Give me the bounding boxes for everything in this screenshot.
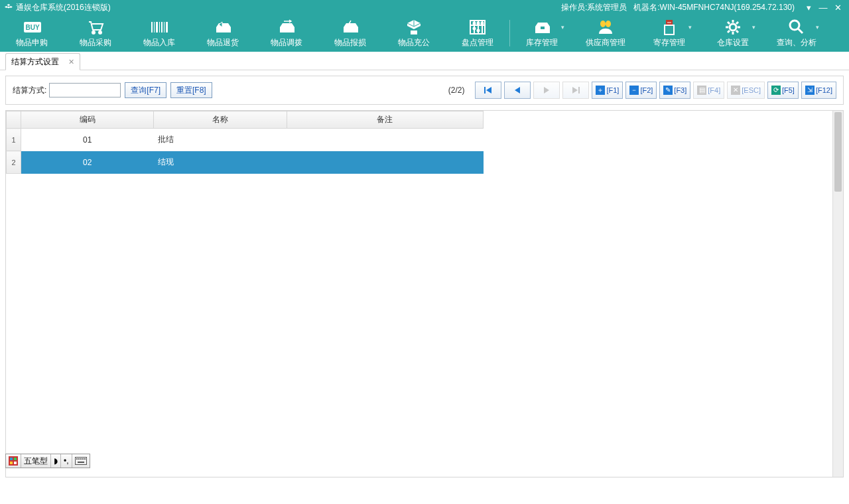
search-analytics-icon <box>787 19 806 36</box>
toolbar-label: 物品申购 <box>16 37 48 48</box>
svg-point-3 <box>99 31 101 34</box>
toolbar-supplier[interactable]: 供应商管理 <box>574 15 637 52</box>
ime-halfwidth-icon[interactable]: ◗ <box>51 454 61 468</box>
svg-rect-10 <box>166 22 168 32</box>
buy-icon: BUY <box>23 19 41 36</box>
toolbar-transfer-box[interactable]: 物品调拨 <box>255 15 318 52</box>
ime-name[interactable]: 五笔型 <box>21 454 51 468</box>
ime-softkbd-icon[interactable] <box>72 454 90 468</box>
cell-remark <box>287 129 483 151</box>
f12-label: [F12] <box>816 86 832 94</box>
col-name[interactable]: 名称 <box>154 111 287 129</box>
damage-box-icon <box>341 19 359 36</box>
operator-info: 操作员:系统管理员 <box>561 2 627 13</box>
toolbar-label: 寄存管理 <box>653 37 685 48</box>
col-code[interactable]: 编码 <box>21 111 154 129</box>
svg-rect-41 <box>80 458 82 460</box>
toolbar-barcode[interactable]: 物品入库 <box>127 15 191 52</box>
tab-label: 结算方式设置 <box>11 56 59 68</box>
svg-rect-21 <box>541 27 545 29</box>
toolbar-confiscate-box[interactable]: 物品充公 <box>382 15 446 52</box>
dropdown-menu-button[interactable]: ▾ <box>801 3 816 13</box>
row-number: 1 <box>7 129 21 151</box>
first-record-button[interactable] <box>475 82 501 99</box>
svg-rect-4 <box>151 22 153 32</box>
toolbar-damage-box[interactable]: 物品报损 <box>318 15 382 52</box>
add-button[interactable]: ＋[F1] <box>592 82 623 99</box>
toolbar-search-analytics[interactable]: ▾查询、分析 <box>765 15 828 52</box>
svg-rect-39 <box>76 458 78 460</box>
vertical-scrollbar[interactable] <box>832 111 843 477</box>
table-row[interactable]: 101批结 <box>7 129 484 151</box>
toolbar-return-box[interactable]: 物品退货 <box>191 15 255 52</box>
filter-label: 结算方式: <box>13 85 46 96</box>
toolbar-label: 物品退货 <box>207 37 239 48</box>
ime-punct-icon[interactable]: •, <box>61 454 72 468</box>
col-remark[interactable]: 备注 <box>287 111 483 129</box>
settlement-mode-input[interactable] <box>49 83 121 97</box>
toolbar-cart[interactable]: 物品采购 <box>64 15 127 52</box>
toolbar-settings-gear[interactable]: ▾仓库设置 <box>701 15 765 52</box>
chevron-down-icon: ▾ <box>816 24 819 31</box>
last-record-button <box>562 82 589 99</box>
row-number: 2 <box>7 151 21 174</box>
query-button[interactable]: 查询[F7] <box>125 82 166 98</box>
minus-icon: － <box>629 86 639 95</box>
supplier-icon <box>596 19 615 36</box>
svg-point-23 <box>606 21 611 27</box>
close-button[interactable]: ✕ <box>830 3 845 13</box>
svg-marker-28 <box>486 87 491 94</box>
chevron-down-icon: ▾ <box>561 24 564 31</box>
svg-point-22 <box>600 21 606 27</box>
table-row[interactable]: 202结现 <box>7 151 484 174</box>
toolbar-label: 物品充公 <box>398 37 430 48</box>
toolbar-right: (2/2) ＋[F1] －[F2] ✎[F3] ▤[F4] ✕[ESC] ⟳[F… <box>448 82 836 99</box>
filter-panel: 结算方式: 查询[F7] 重置[F8] (2/2) ＋[F1] －[F2] ✎[… <box>5 76 844 105</box>
svg-marker-29 <box>515 87 520 94</box>
save-icon: ▤ <box>697 86 706 95</box>
machine-label: 机器名: <box>633 3 659 12</box>
delete-button[interactable]: －[F2] <box>625 82 657 99</box>
tabstrip: 结算方式设置 ✕ <box>0 52 849 70</box>
svg-rect-8 <box>161 22 163 32</box>
machine-info: 机器名:WIN-45MFNHC74NJ(169.254.72.130) <box>633 2 795 13</box>
svg-marker-31 <box>572 87 578 94</box>
toolbar-deposit[interactable]: ▾寄存管理 <box>637 15 701 52</box>
pencil-icon: ✎ <box>663 86 673 95</box>
ime-toolbar[interactable]: 五笔型 ◗ •, <box>5 454 90 468</box>
svg-rect-35 <box>14 458 17 460</box>
app-title: 通娱仓库系统(2016连锁版) <box>16 2 111 13</box>
svg-rect-12 <box>280 27 294 32</box>
edit-button[interactable]: ✎[F3] <box>659 82 690 99</box>
main-toolbar: BUY物品申购物品采购物品入库物品退货物品调拨物品报损物品充公盘点管理▾库存管理… <box>0 15 849 52</box>
svg-point-19 <box>478 29 480 31</box>
scrollbar-thumb[interactable] <box>834 112 842 192</box>
toolbar-buy[interactable]: BUY物品申购 <box>0 15 64 52</box>
toolbar-stock-box[interactable]: ▾库存管理 <box>510 15 574 52</box>
f5-label: [F5] <box>782 86 795 94</box>
f1-label: [F1] <box>606 86 619 94</box>
toolbar-label: 库存管理 <box>526 37 558 48</box>
settings-gear-icon <box>724 19 742 36</box>
export-icon: ⇲ <box>805 86 815 95</box>
svg-point-15 <box>474 22 476 24</box>
svg-marker-30 <box>544 87 549 94</box>
reset-button[interactable]: 重置[F8] <box>170 82 212 98</box>
toolbar-abacus[interactable]: 盘点管理 <box>446 15 509 52</box>
grid-panel: 编码 名称 备注 101批结202结现 <box>5 110 844 477</box>
svg-point-25 <box>730 24 736 31</box>
prev-record-button[interactable] <box>504 82 531 99</box>
ime-logo-icon[interactable] <box>6 454 21 468</box>
record-counter: (2/2) <box>448 86 465 95</box>
svg-rect-32 <box>578 87 580 94</box>
data-grid[interactable]: 编码 名称 备注 101批结202结现 <box>6 111 484 174</box>
minimize-button[interactable]: — <box>816 3 830 13</box>
svg-point-16 <box>478 22 480 24</box>
refresh-button[interactable]: ⟳[F5] <box>767 82 799 99</box>
tab-settlement-mode[interactable]: 结算方式设置 ✕ <box>5 53 80 70</box>
tab-close-icon[interactable]: ✕ <box>68 58 74 66</box>
export-button[interactable]: ⇲[F12] <box>801 82 836 99</box>
cell-name: 批结 <box>154 129 287 151</box>
toolbar-label: 物品报损 <box>334 37 366 48</box>
refresh-icon: ⟳ <box>771 86 781 95</box>
